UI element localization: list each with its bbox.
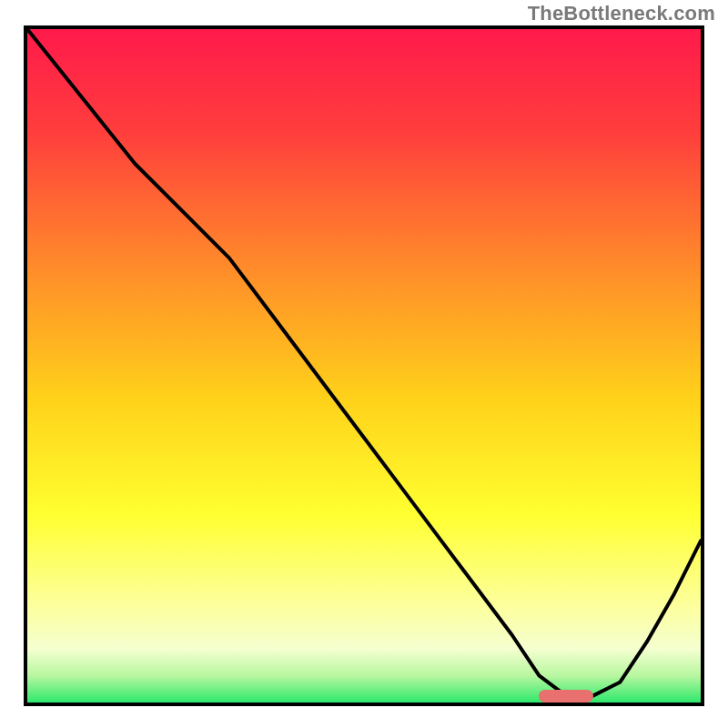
watermark-text: TheBottleneck.com <box>528 2 715 25</box>
optimal-marker <box>539 690 592 703</box>
chart-frame <box>24 25 704 706</box>
curve-path <box>27 29 701 696</box>
bottleneck-curve <box>27 29 701 703</box>
